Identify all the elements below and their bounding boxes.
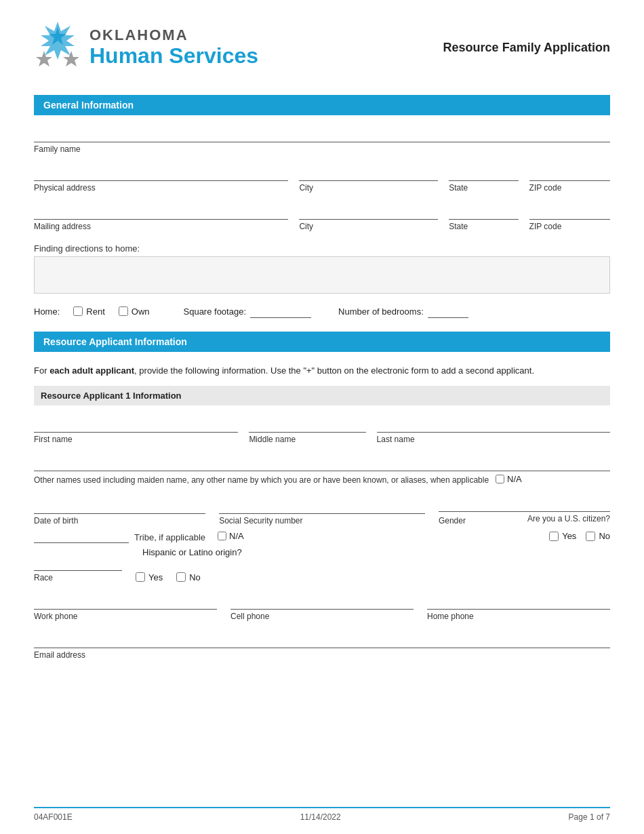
hispanic-row: Hispanic or Latino origin?: [142, 547, 610, 557]
mailing-state-field: State: [449, 205, 518, 231]
work-phone-field: Work phone: [34, 595, 217, 621]
physical-state-field: State: [449, 166, 518, 193]
middle-name-field: Middle name: [249, 418, 365, 444]
cell-phone-label: Cell phone: [230, 612, 414, 621]
hispanic-no-item: No: [176, 572, 201, 582]
mailing-address-label: Mailing address: [34, 222, 288, 231]
general-info-section-header: General Information: [34, 95, 610, 115]
square-footage-label: Square footage:: [184, 306, 247, 317]
svg-marker-2: [36, 51, 52, 66]
citizen-yes-item: Yes: [549, 531, 576, 541]
mailing-address-row: Mailing address City State ZIP code: [34, 205, 610, 231]
last-name-input[interactable]: [377, 418, 610, 433]
name-row: First name Middle name Last name: [34, 418, 610, 444]
applicant-section-header: Resource Applicant Information: [34, 332, 610, 352]
email-field: Email address: [34, 633, 610, 660]
logo-text: OKLAHOMA Human Services: [89, 27, 258, 67]
footer-date: 11/14/2022: [300, 812, 341, 822]
home-phone-input[interactable]: [427, 595, 610, 610]
citizen-no-label: No: [599, 531, 610, 541]
mailing-zip-field: ZIP code: [529, 205, 610, 231]
tribe-input[interactable]: [34, 530, 129, 543]
mailing-state-input[interactable]: [449, 205, 518, 220]
mailing-city-input[interactable]: [299, 205, 438, 220]
square-footage-area: Square footage:: [184, 304, 312, 318]
mailing-address-field: Mailing address: [34, 205, 288, 231]
mailing-zip-label: ZIP code: [529, 222, 610, 231]
hispanic-no-checkbox[interactable]: [176, 572, 186, 582]
mailing-zip-input[interactable]: [529, 205, 610, 220]
tribe-na-checkbox[interactable]: [218, 532, 226, 540]
bedrooms-input[interactable]: [428, 304, 468, 318]
other-names-na-checkbox[interactable]: [496, 475, 504, 483]
physical-state-label: State: [449, 183, 518, 193]
square-footage-input[interactable]: [250, 304, 311, 318]
physical-zip-input[interactable]: [529, 166, 610, 181]
rent-checkbox[interactable]: [73, 306, 83, 316]
hispanic-yes-label: Yes: [148, 572, 163, 582]
citizen-no-item: No: [586, 531, 610, 541]
email-input[interactable]: [34, 633, 610, 648]
physical-zip-field: ZIP code: [529, 166, 610, 193]
mailing-address-input[interactable]: [34, 205, 288, 220]
own-label: Own: [132, 306, 150, 317]
family-name-field: Family name: [34, 127, 610, 154]
physical-address-input[interactable]: [34, 166, 288, 181]
dob-ssn-gender-row: Date of birth Social Security number Gen…: [34, 497, 610, 525]
citizen-no-checkbox[interactable]: [586, 532, 595, 541]
tribe-area: Tribe, if applicable N/A: [34, 530, 244, 543]
physical-address-label: Physical address: [34, 183, 288, 193]
race-label: Race: [34, 573, 122, 582]
tribe-na-label: N/A: [229, 531, 244, 541]
race-row: Race Yes No: [34, 557, 610, 582]
gender-field: Gender Are you a U.S. citizen?: [439, 497, 610, 525]
tribe-label: Tribe, if applicable: [134, 532, 205, 542]
family-name-row: Family name: [34, 127, 610, 154]
applicant-instruction: For each adult applicant, provide the fo…: [34, 364, 610, 378]
physical-address-row: Physical address City State ZIP code: [34, 166, 610, 193]
applicant1-subsection-header: Resource Applicant 1 Information: [34, 386, 610, 405]
gender-input[interactable]: [439, 497, 610, 512]
logo-area: OKLAHOMA Human Services: [34, 20, 258, 75]
home-phone-field: Home phone: [427, 595, 610, 621]
other-names-input[interactable]: [34, 456, 610, 471]
footer: 04AF001E 11/14/2022 Page 1 of 7: [34, 807, 610, 822]
physical-state-input[interactable]: [449, 166, 518, 181]
work-phone-input[interactable]: [34, 595, 217, 610]
ssn-field: Social Security number: [219, 497, 425, 525]
middle-name-input[interactable]: [249, 418, 365, 433]
footer-page: Page 1 of 7: [569, 812, 610, 822]
rent-label: Rent: [86, 306, 104, 317]
cell-phone-field: Cell phone: [230, 595, 414, 621]
race-input[interactable]: [34, 557, 122, 571]
family-name-input[interactable]: [34, 127, 610, 142]
physical-city-input[interactable]: [299, 166, 438, 181]
email-row: Email address: [34, 633, 610, 660]
own-checkbox[interactable]: [119, 306, 128, 316]
other-names-row: Other names used including maiden name, …: [34, 456, 610, 485]
hispanic-label: Hispanic or Latino origin?: [142, 547, 242, 557]
hispanic-yes-item: Yes: [136, 572, 163, 582]
other-names-label: Other names used including maiden name, …: [34, 475, 489, 485]
ssn-input[interactable]: [219, 499, 425, 514]
physical-address-field: Physical address: [34, 166, 288, 193]
citizen-area: Are you a U.S. citizen?: [527, 514, 610, 523]
citizen-yes-checkbox[interactable]: [549, 532, 559, 541]
tribe-citizen-row: Tribe, if applicable N/A Yes No: [34, 530, 610, 543]
svg-marker-3: [63, 51, 79, 66]
header: OKLAHOMA Human Services Resource Family …: [34, 20, 610, 75]
bedrooms-label: Number of bedrooms:: [338, 306, 424, 317]
home-phone-label: Home phone: [427, 612, 610, 621]
rent-checkbox-item: Rent: [73, 306, 104, 317]
directions-box[interactable]: [34, 256, 610, 294]
hispanic-yes-checkbox[interactable]: [136, 572, 145, 582]
mailing-city-label: City: [299, 222, 438, 231]
bedrooms-area: Number of bedrooms:: [338, 304, 468, 318]
cell-phone-input[interactable]: [230, 595, 414, 610]
phone-row: Work phone Cell phone Home phone: [34, 595, 610, 621]
first-name-input[interactable]: [34, 418, 238, 433]
first-name-field: First name: [34, 418, 238, 444]
ssn-label: Social Security number: [219, 516, 425, 525]
hispanic-no-label: No: [189, 572, 201, 582]
dob-input[interactable]: [34, 499, 205, 514]
